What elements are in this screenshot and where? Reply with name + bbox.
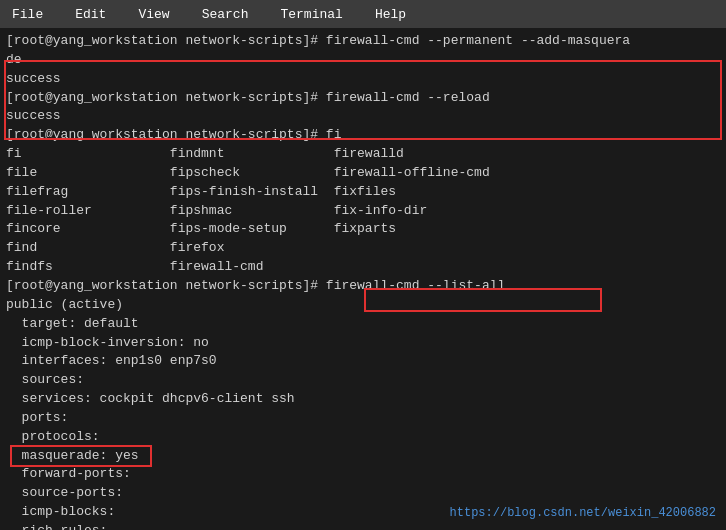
terminal-line: icmp-block-inversion: no [6,334,720,353]
terminal[interactable]: [root@yang_workstation network-scripts]#… [0,28,726,530]
highlight-box-2 [364,288,602,312]
terminal-line: interfaces: enp1s0 enp7s0 [6,352,720,371]
terminal-line: source-ports: [6,484,720,503]
menu-edit[interactable]: Edit [67,3,114,26]
terminal-line: filefrag fips-finish-install fixfiles [6,183,720,202]
terminal-line: findfs firewall-cmd [6,258,720,277]
watermark: https://blog.csdn.net/weixin_42006882 [450,505,716,522]
terminal-line: services: cockpit dhcpv6-client ssh [6,390,720,409]
highlight-box-3 [10,445,152,467]
menubar: File Edit View Search Terminal Help [0,0,726,28]
terminal-line: [root@yang_workstation network-scripts]#… [6,277,720,296]
menu-search[interactable]: Search [194,3,257,26]
terminal-line: fincore fips-mode-setup fixparts [6,220,720,239]
terminal-line: file fipscheck firewall-offline-cmd [6,164,720,183]
menu-view[interactable]: View [130,3,177,26]
terminal-line: sources: [6,371,720,390]
menu-help[interactable]: Help [367,3,414,26]
terminal-line: forward-ports: [6,465,720,484]
highlight-box-1 [4,60,722,140]
terminal-line: file-roller fipshmac fix-info-dir [6,202,720,221]
menu-terminal[interactable]: Terminal [272,3,350,26]
menu-file[interactable]: File [4,3,51,26]
terminal-line: ports: [6,409,720,428]
terminal-line: fi findmnt firewalld [6,145,720,164]
terminal-line: protocols: [6,428,720,447]
terminal-line: target: default [6,315,720,334]
terminal-line: find firefox [6,239,720,258]
terminal-line: public (active) [6,296,720,315]
terminal-line: [root@yang_workstation network-scripts]#… [6,32,720,51]
terminal-line: rich rules: [6,522,720,530]
